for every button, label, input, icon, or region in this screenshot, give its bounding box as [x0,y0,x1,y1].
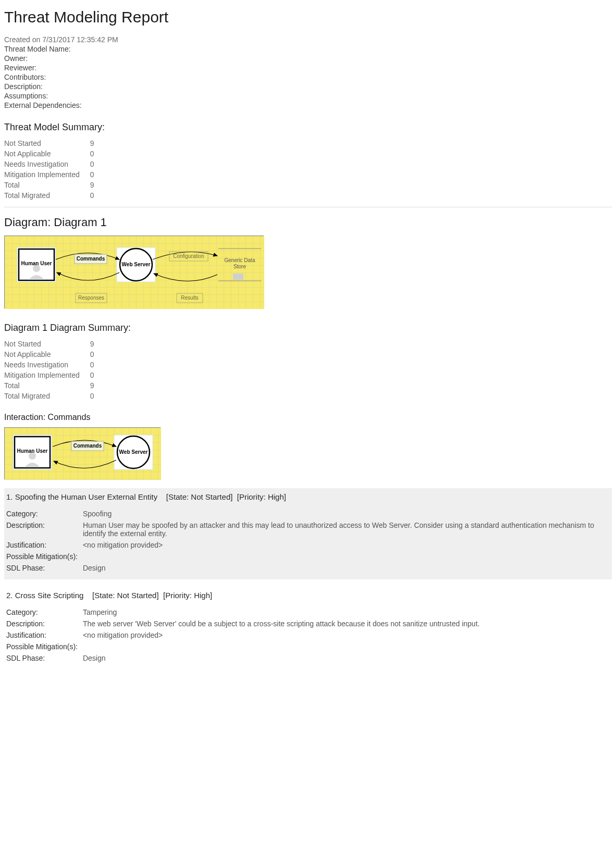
category-label: Category: [6,607,83,618]
mitigations-value [83,641,485,653]
model-name-label: Threat Model Name: [4,45,612,53]
category-value: Tampering [83,607,485,618]
table-row: Justification: <no mitigation provided> [6,630,485,641]
node-web-server-small: Web Server [119,449,148,455]
node-human-user: Human User [21,261,52,266]
summary-label: Mitigation Implemented [4,169,84,180]
table-row: Mitigation Implemented0 [4,169,98,180]
summary-label: Total Migrated [4,391,84,401]
table-row: Mitigation Implemented0 [4,370,98,380]
summary-value: 9 [84,138,98,148]
justification-label: Justification: [6,630,83,641]
diagram-svg: Human User Web Server Generic Data Store… [5,236,264,309]
threat-header: 2. Cross Site Scripting [State: Not Star… [6,591,610,600]
category-value: Spoofing [83,509,610,520]
table-row: Not Started9 [4,138,98,148]
interaction-diagram: Human User Web Server Commands [4,427,161,479]
node-web-server: Web Server [122,262,151,267]
flow-commands: Commands [77,256,105,262]
description-value: Human User may be spoofed by an attacker… [83,520,610,540]
justification-label: Justification: [6,540,83,551]
contributors-label: Contributors: [4,73,612,81]
threat-header: 1. Spoofing the Human User External Enti… [6,492,610,501]
interaction-heading: Interaction: Commands [4,413,612,422]
threat-details: Category: Spoofing Description: Human Us… [6,509,610,574]
category-label: Category: [6,509,83,520]
summary-value: 0 [84,148,98,159]
table-row: Needs Investigation0 [4,159,98,169]
owner-label: Owner: [4,54,612,63]
sdl-value: Design [83,653,485,664]
summary-label: Total [4,180,84,190]
table-row: Category: Spoofing [6,509,610,520]
flow-results: Results [181,295,198,301]
page-title: Threat Modeling Report [4,8,612,26]
table-row: Possible Mitigation(s): [6,551,610,563]
node-human-user-small: Human User [17,448,48,454]
summary-label: Total [4,380,84,391]
summary-label: Total Migrated [4,190,84,201]
reviewer-label: Reviewer: [4,64,612,72]
mitigations-label: Possible Mitigation(s): [6,641,83,653]
summary-label: Not Applicable [4,148,84,159]
external-dependencies-label: External Dependencies: [4,101,612,109]
divider [4,207,612,207]
summary-value: 9 [84,380,98,391]
summary-label: Not Started [4,138,84,148]
diagram-1: Human User Web Server Generic Data Store… [4,236,264,308]
threat-2: 2. Cross Site Scripting [State: Not Star… [4,587,612,670]
svg-rect-9 [233,274,243,280]
summary-label: Needs Investigation [4,159,84,169]
threat-1: 1. Spoofing the Human User External Enti… [4,488,612,579]
table-row: Category: Tampering [6,607,485,618]
table-row: Total Migrated0 [4,391,98,401]
description-label: Description: [6,618,83,630]
table-row: SDL Phase: Design [6,563,610,574]
summary-heading: Threat Model Summary: [4,122,612,133]
sdl-label: SDL Phase: [6,653,83,664]
summary-label: Not Applicable [4,349,84,360]
table-row: Description: The web server 'Web Server'… [6,618,485,630]
summary-value: 0 [84,370,98,380]
summary-label: Mitigation Implemented [4,370,84,380]
summary-value: 9 [84,339,98,349]
description-label: Description: [6,520,83,540]
summary-value: 9 [84,180,98,190]
summary-label: Not Started [4,339,84,349]
table-row: Total Migrated0 [4,190,98,201]
summary-value: 0 [84,159,98,169]
table-row: Not Applicable0 [4,148,98,159]
table-row: Total9 [4,380,98,391]
summary-value: 0 [84,391,98,401]
justification-value: <no mitigation provided> [83,630,485,641]
mitigations-label: Possible Mitigation(s): [6,551,83,563]
created-on: Created on 7/31/2017 12:35:42 PM [4,35,612,44]
summary-table: Not Started9 Not Applicable0 Needs Inves… [4,138,98,201]
table-row: Possible Mitigation(s): [6,641,485,653]
diagram-summary-heading: Diagram 1 Diagram Summary: [4,323,612,333]
flow-responses: Responses [78,295,104,301]
meta-block: Created on 7/31/2017 12:35:42 PM Threat … [4,35,612,109]
svg-text:Store: Store [233,264,246,269]
summary-label: Needs Investigation [4,360,84,370]
table-row: SDL Phase: Design [6,653,485,664]
table-row: Total9 [4,180,98,190]
description-value: The web server 'Web Server' could be a s… [83,618,485,630]
justification-value: <no mitigation provided> [83,540,610,551]
table-row: Description: Human User may be spoofed b… [6,520,610,540]
summary-value: 0 [84,349,98,360]
diagram-heading: Diagram: Diagram 1 [4,216,612,229]
summary-value: 0 [84,190,98,201]
table-row: Not Applicable0 [4,349,98,360]
assumptions-label: Assumptions: [4,92,612,100]
mitigations-value [83,551,610,563]
interaction-svg: Human User Web Server Commands [5,428,161,480]
table-row: Needs Investigation0 [4,360,98,370]
description-label: Description: [4,82,612,91]
node-data-store: Generic Data [225,257,255,263]
sdl-value: Design [83,563,610,574]
flow-commands-small: Commands [73,443,102,449]
table-row: Justification: <no mitigation provided> [6,540,610,551]
sdl-label: SDL Phase: [6,563,83,574]
summary-value: 0 [84,169,98,180]
